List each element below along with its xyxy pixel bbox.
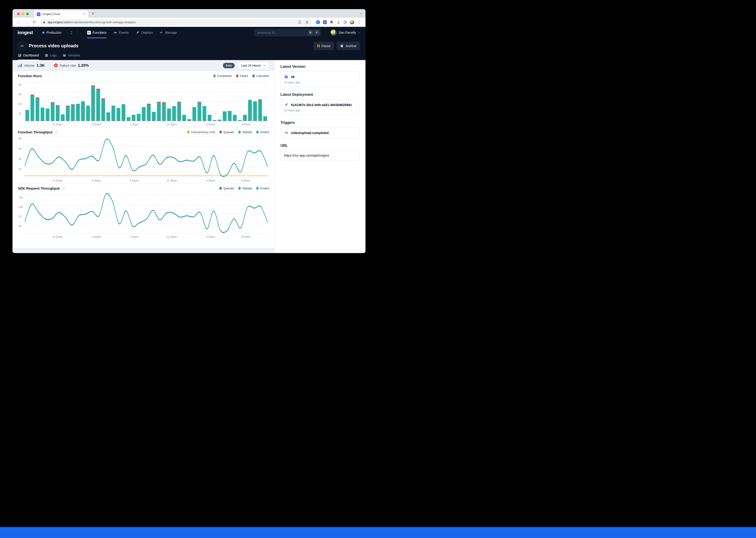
info-icon[interactable]: i	[55, 131, 58, 134]
pause-button[interactable]: Pause	[314, 42, 334, 50]
rocket-icon	[284, 103, 288, 107]
bookmark-star-icon[interactable]	[305, 21, 309, 24]
window-controls[interactable]	[17, 13, 29, 15]
inngest-logo[interactable]: inngest	[18, 30, 33, 35]
range-chevron-icon	[263, 64, 266, 67]
browser-profile-avatar[interactable]	[350, 20, 354, 25]
url-card[interactable]: https://my-app.com/api/inngest	[280, 150, 359, 160]
tab-close-icon[interactable]: ×	[83, 12, 86, 16]
svg-text:140: 140	[19, 196, 23, 199]
legend-queued: Queued	[219, 187, 234, 190]
search-placeholder: Search by ID...	[257, 31, 307, 34]
svg-text:105: 105	[19, 205, 23, 209]
latest-deployment-value: 5141387e-35c2-4efe-a421-4843b86258dc	[291, 103, 352, 107]
user-menu-chevron-icon	[358, 31, 360, 34]
svg-text:7:30pm: 7:30pm	[130, 179, 139, 182]
reload-icon[interactable]: ↻	[31, 20, 37, 25]
next-section-strip	[13, 248, 274, 253]
beta-badge: Beta	[223, 63, 235, 68]
search-input[interactable]: Search by ID... ⌘ K	[254, 29, 321, 36]
app-navbar: inngest Production <> Functions	[13, 27, 365, 38]
latest-deployment-time: 14 days ago	[284, 109, 356, 112]
svg-text:11:30am: 11:30am	[52, 179, 63, 182]
tab-dashboard[interactable]: Dashboard	[18, 53, 39, 60]
purple-extension-icon[interactable]	[323, 20, 327, 24]
nav-item-functions[interactable]: <> Functions	[87, 27, 107, 38]
url-path: /env/production/functions/growth-webapp-…	[70, 21, 136, 24]
tab-versions[interactable]: Versions	[63, 53, 80, 60]
svg-text:11:30am: 11:30am	[52, 235, 63, 239]
forward-icon[interactable]: →	[23, 20, 30, 25]
tab-logs[interactable]: Logs	[45, 53, 57, 60]
url-domain: app.inngest.com	[48, 21, 69, 24]
function-url: https://my-app.com/api/inngest	[284, 154, 329, 157]
lock-icon	[43, 21, 45, 24]
stats-bar: Volume 1.3K ✕ Failure rate 1.20% Beta La…	[13, 60, 274, 71]
new-tab-button[interactable]: +	[92, 11, 94, 16]
function-throughput-line-chart[interactable]: 2040608011:30am3:30pm7:30pm11:30pm3:30am…	[18, 134, 269, 183]
svg-text:9:00am: 9:00am	[241, 179, 251, 182]
dashboard-main: Volume 1.3K ✕ Failure rate 1.20% Beta La…	[13, 60, 274, 253]
svg-text:3:30pm: 3:30pm	[92, 123, 101, 126]
svg-text:35: 35	[19, 225, 22, 228]
download-icon[interactable]	[337, 20, 341, 24]
svg-text:7:30pm: 7:30pm	[130, 235, 139, 239]
archive-button[interactable]: Archive	[336, 42, 360, 50]
close-window-button[interactable]	[17, 13, 20, 15]
extensions-puzzle-icon[interactable]	[330, 20, 334, 24]
latest-version-card[interactable]: 39 14 days ago	[280, 72, 359, 87]
tab-search-chevron-icon[interactable]	[359, 12, 362, 15]
info-icon[interactable]: i	[62, 187, 65, 190]
legend-completed: Completed	[213, 74, 231, 78]
function-tabs: Dashboard Logs Versions	[18, 53, 360, 60]
cmd-key: ⌘	[308, 30, 313, 35]
sdk-throughput-line-chart[interactable]: 357010514011:30am3:30pm7:30pm11:30pm3:30…	[18, 191, 269, 239]
primary-nav: <> Functions Events Deploys	[87, 27, 177, 38]
trigger-event-name: video/upload.completed	[291, 131, 329, 135]
address-bar[interactable]: app.inngest.com/env/production/functions…	[40, 19, 312, 26]
archive-icon	[340, 44, 344, 48]
share-icon[interactable]	[298, 21, 302, 24]
function-runs-chart: Function Runs CompletedFailedCanceled 20…	[13, 71, 274, 127]
browser-menu-icon[interactable]: ⋮	[357, 20, 361, 25]
legend-ended: Ended	[256, 131, 269, 134]
svg-text:9:00am: 9:00am	[241, 123, 251, 126]
chart-legend: QueuedStartedEnded	[219, 187, 269, 190]
failure-rate-stat: ✕ Failure rate 1.20%	[54, 63, 89, 68]
browser-tab-strip: ••• Inngest Cloud × +	[13, 9, 365, 18]
time-range-selector[interactable]: Last 24 Hours	[238, 62, 269, 69]
function-runs-bar-chart[interactable]: 2040608011:30am3:30pm7:30pm11:30pm3:30am…	[18, 78, 269, 127]
chart-title: SDK Request Throughput	[18, 187, 60, 190]
nav-item-events[interactable]: Events	[113, 27, 129, 38]
password-manager-extension-icon[interactable]	[316, 20, 320, 24]
environment-selector[interactable]: Production	[42, 31, 73, 34]
minimize-window-button[interactable]	[22, 13, 24, 15]
latest-deployment-card[interactable]: 5141387e-35c2-4efe-a421-4843b86258dc 14 …	[280, 99, 359, 115]
svg-text:3:30am: 3:30am	[206, 179, 215, 182]
chart-legend: CompletedFailedCanceled	[213, 74, 269, 78]
volume-bars-icon	[18, 64, 22, 67]
svg-text:3:30pm: 3:30pm	[92, 235, 101, 239]
svg-text:7:30pm: 7:30pm	[130, 123, 139, 126]
volume-stat: Volume 1.3K	[18, 63, 45, 68]
svg-text:40: 40	[19, 102, 22, 106]
triggers-heading: Triggers	[280, 121, 359, 125]
user-menu[interactable]: Dan Farrelly	[325, 27, 365, 38]
latest-version-time: 14 days ago	[284, 81, 356, 84]
zoom-window-button[interactable]	[26, 13, 29, 15]
environment-status-dot	[42, 31, 44, 34]
function-throughput-chart: Function Throughput i Concurrency LimitQ…	[13, 127, 274, 183]
sidebar-toggle-icon[interactable]	[344, 21, 347, 24]
sdk-request-throughput-chart: SDK Request Throughput i QueuedStartedEn…	[13, 183, 274, 240]
versions-folder-icon	[63, 54, 66, 57]
legend-ended: Ended	[256, 187, 269, 190]
browser-tab[interactable]: ••• Inngest Cloud ×	[34, 11, 88, 18]
back-icon[interactable]: ←	[15, 20, 22, 25]
functions-icon: <>	[87, 31, 91, 34]
nav-item-manage[interactable]: Manage	[160, 27, 177, 38]
environment-label: Production	[46, 31, 62, 34]
latest-version-value: 39	[291, 75, 295, 79]
nav-item-deploys[interactable]: Deploys	[136, 27, 153, 38]
trigger-card[interactable]: video/upload.completed	[280, 128, 359, 138]
url-text: app.inngest.com/env/production/functions…	[48, 21, 136, 24]
